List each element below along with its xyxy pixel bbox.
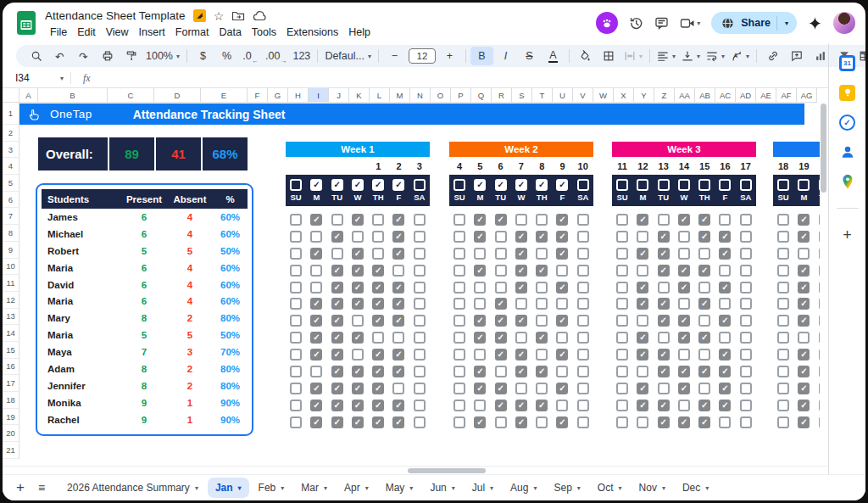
attendance-checkbox[interactable] [414, 248, 426, 260]
attendance-checkbox[interactable]: ✓ [310, 298, 322, 310]
column-header-w[interactable]: W [593, 88, 614, 103]
student-percent[interactable]: 60% [214, 229, 247, 239]
attendance-checkbox[interactable] [678, 231, 690, 243]
attendance-checkbox[interactable] [777, 298, 789, 310]
row-header-15[interactable]: 15 [3, 342, 19, 359]
attendance-checkbox[interactable]: ✓ [719, 315, 731, 327]
student-absent[interactable]: 4 [166, 280, 214, 290]
student-percent[interactable]: 50% [214, 246, 247, 256]
attendance-checkbox[interactable]: ✓ [678, 366, 690, 377]
attendance-checkbox[interactable]: ✓ [658, 315, 670, 327]
keep-icon[interactable] [839, 84, 856, 101]
attendance-checkbox[interactable]: ✓ [678, 265, 690, 277]
student-name[interactable]: Maria [42, 296, 122, 306]
attendance-checkbox[interactable] [536, 298, 548, 310]
student-present[interactable]: 5 [122, 246, 166, 256]
attendance-checkbox[interactable]: ✓ [495, 349, 507, 360]
student-absent[interactable]: 4 [166, 229, 214, 239]
print-icon[interactable] [96, 47, 119, 65]
attendance-checkbox[interactable]: ✓ [331, 332, 343, 344]
attendance-checkbox[interactable] [740, 349, 752, 360]
column-header-x[interactable]: X [614, 88, 634, 103]
attendance-checkbox[interactable] [698, 349, 710, 360]
student-absent[interactable]: 1 [166, 415, 214, 425]
student-name[interactable]: Mary [42, 313, 122, 323]
redo-icon[interactable]: ↷ [72, 47, 95, 65]
menu-view[interactable]: View [101, 25, 134, 39]
attendance-checkbox[interactable] [577, 231, 589, 243]
fill-color-icon[interactable] [574, 47, 597, 65]
column-header-k[interactable]: K [349, 88, 370, 103]
attendance-checkbox[interactable]: ✓ [515, 416, 527, 428]
sheet-tab-dec[interactable]: Dec▾ [675, 478, 716, 498]
row-header-13[interactable]: 13 [3, 309, 19, 326]
attendance-checkbox[interactable] [637, 416, 648, 428]
column-header-c[interactable]: C [108, 88, 154, 103]
attendance-checkbox[interactable] [474, 400, 486, 411]
student-percent[interactable]: 80% [214, 364, 247, 374]
student-absent[interactable]: 2 [166, 381, 214, 391]
attendance-checkbox[interactable] [414, 231, 426, 243]
attendance-checkbox[interactable] [453, 349, 465, 360]
attendance-checkbox[interactable]: ✓ [698, 400, 710, 411]
attendance-checkbox[interactable]: ✓ [331, 383, 343, 394]
day-select-checkbox[interactable]: ✓ [310, 179, 322, 191]
day-select-checkbox[interactable]: ✓ [372, 179, 384, 191]
attendance-checkbox[interactable] [556, 332, 568, 344]
column-header-aa[interactable]: AA [675, 88, 695, 103]
search-icon[interactable] [25, 47, 47, 65]
day-select-checkbox[interactable] [577, 179, 589, 191]
row-header-4[interactable]: 4 [3, 158, 19, 175]
attendance-checkbox[interactable] [515, 332, 527, 344]
day-select-checkbox[interactable] [678, 179, 690, 191]
attendance-checkbox[interactable]: ✓ [798, 282, 810, 293]
sheet-tab-sep[interactable]: Sep▾ [546, 478, 587, 498]
attendance-checkbox[interactable]: ✓ [352, 298, 364, 310]
attendance-checkbox[interactable]: ✓ [495, 383, 507, 394]
attendance-checkbox[interactable] [392, 332, 404, 344]
attendance-checkbox[interactable] [637, 315, 648, 327]
attendance-checkbox[interactable] [678, 298, 690, 310]
day-select-checkbox[interactable] [740, 179, 752, 191]
column-header-s[interactable]: S [512, 88, 532, 103]
attendance-checkbox[interactable] [740, 400, 752, 411]
attendance-checkbox[interactable] [453, 231, 465, 243]
attendance-checkbox[interactable]: ✓ [515, 400, 527, 411]
column-header-ag[interactable]: AG [797, 88, 817, 103]
column-header-f[interactable]: F [248, 88, 268, 103]
comments-icon[interactable] [654, 16, 669, 30]
attendance-checkbox[interactable]: ✓ [798, 416, 810, 428]
column-header-h[interactable]: H [288, 88, 309, 103]
attendance-checkbox[interactable]: ✓ [372, 366, 384, 377]
attendance-checkbox[interactable]: ✓ [331, 298, 343, 310]
calendar-icon[interactable]: 31 [839, 54, 856, 71]
day-select-checkbox[interactable] [777, 179, 789, 191]
sheet-tab-mar[interactable]: Mar▾ [293, 478, 335, 498]
attendance-checkbox[interactable]: ✓ [331, 265, 343, 277]
attendance-checkbox[interactable] [414, 416, 426, 428]
column-header-b[interactable]: B [38, 88, 108, 103]
menu-format[interactable]: Format [170, 25, 214, 39]
attendance-checkbox[interactable]: ✓ [798, 400, 810, 411]
student-name[interactable]: Michael [42, 229, 122, 239]
attendance-checkbox[interactable]: ✓ [392, 315, 404, 327]
attendance-checkbox[interactable]: ✓ [658, 248, 670, 260]
attendance-checkbox[interactable] [290, 416, 302, 428]
attendance-checkbox[interactable] [658, 282, 670, 293]
attendance-checkbox[interactable] [352, 315, 364, 327]
attendance-checkbox[interactable]: ✓ [637, 349, 648, 360]
attendance-checkbox[interactable] [474, 349, 486, 360]
attendance-checkbox[interactable] [290, 298, 302, 310]
attendance-checkbox[interactable]: ✓ [798, 349, 810, 360]
attendance-checkbox[interactable]: ✓ [372, 315, 384, 327]
attendance-checkbox[interactable]: ✓ [658, 400, 670, 411]
column-header-l[interactable]: L [370, 88, 390, 103]
attendance-checkbox[interactable]: ✓ [352, 383, 364, 394]
attendance-checkbox[interactable] [392, 265, 404, 277]
attendance-checkbox[interactable]: ✓ [392, 214, 404, 226]
attendance-checkbox[interactable]: ✓ [392, 231, 404, 243]
attendance-checkbox[interactable] [577, 349, 589, 360]
student-name[interactable]: Robert [42, 246, 122, 256]
tab-caret-icon[interactable]: ▾ [281, 484, 284, 492]
column-header-p[interactable]: P [451, 88, 471, 103]
